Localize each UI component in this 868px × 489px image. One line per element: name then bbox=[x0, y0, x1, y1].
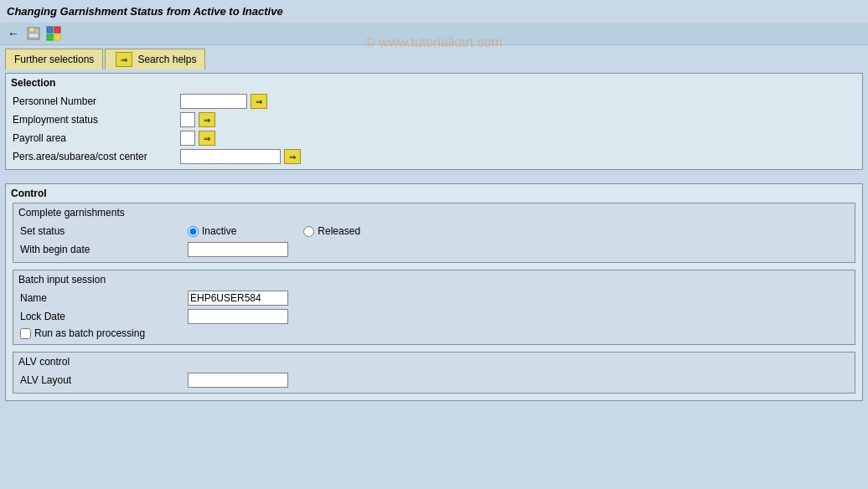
radio-inactive[interactable] bbox=[188, 226, 199, 237]
pers-area-input[interactable] bbox=[180, 149, 281, 164]
with-begin-date-input[interactable] bbox=[188, 242, 288, 257]
page-title: Changing Garnishment Status from Active … bbox=[7, 5, 283, 18]
run-as-batch-row: Run as batch processing bbox=[17, 326, 851, 341]
selection-section: Selection Personnel Number ⇒ Employment … bbox=[5, 73, 863, 170]
batch-name-row: Name bbox=[17, 289, 851, 307]
payroll-area-arrow-btn[interactable]: ⇒ bbox=[199, 131, 215, 146]
set-status-label: Set status bbox=[20, 225, 188, 237]
svg-rect-3 bbox=[47, 27, 53, 33]
run-as-batch-checkbox[interactable] bbox=[20, 328, 31, 339]
svg-rect-4 bbox=[54, 27, 60, 33]
further-selections-label: Further selections bbox=[14, 54, 94, 65]
selection-title: Selection bbox=[9, 77, 859, 89]
back-icon[interactable]: ← bbox=[5, 25, 22, 42]
pers-area-label: Pers.area/subarea/cost center bbox=[13, 151, 180, 162]
radio-group: Inactive Released bbox=[188, 225, 360, 237]
complete-garnishments-title: Complete garnishments bbox=[17, 207, 851, 219]
run-as-batch-label: Run as batch processing bbox=[34, 327, 145, 339]
layout-icon[interactable] bbox=[45, 25, 62, 42]
tab-bar: Further selections ⇒ Search helps bbox=[0, 45, 868, 69]
radio-inactive-label: Inactive bbox=[202, 225, 236, 237]
lock-date-label: Lock Date bbox=[20, 311, 188, 322]
personnel-number-arrow-btn[interactable]: ⇒ bbox=[251, 94, 267, 109]
payroll-area-input[interactable] bbox=[180, 131, 195, 146]
tab-further-selections[interactable]: Further selections bbox=[5, 49, 103, 69]
title-bar: Changing Garnishment Status from Active … bbox=[0, 0, 868, 23]
personnel-number-input[interactable] bbox=[180, 94, 247, 109]
svg-rect-6 bbox=[54, 34, 60, 40]
payroll-area-row: Payroll area ⇒ bbox=[9, 129, 859, 147]
batch-input-title: Batch input session bbox=[17, 274, 851, 286]
pers-area-arrow-btn[interactable]: ⇒ bbox=[284, 149, 301, 164]
complete-garnishments-subsection: Complete garnishments Set status Inactiv… bbox=[13, 203, 855, 263]
employment-status-row: Employment status ⇒ bbox=[9, 111, 859, 129]
payroll-area-label: Payroll area bbox=[13, 132, 180, 144]
lock-date-row: Lock Date bbox=[17, 307, 851, 326]
svg-rect-1 bbox=[29, 28, 34, 32]
lock-date-input[interactable] bbox=[188, 309, 288, 324]
alv-control-subsection: ALV control ALV Layout bbox=[13, 352, 855, 394]
batch-name-label: Name bbox=[20, 292, 188, 304]
svg-rect-2 bbox=[28, 33, 39, 38]
with-begin-date-label: With begin date bbox=[20, 244, 188, 255]
alv-layout-label: ALV Layout bbox=[20, 374, 188, 386]
alv-layout-input[interactable] bbox=[188, 373, 288, 388]
radio-released-label: Released bbox=[318, 225, 360, 237]
pers-area-row: Pers.area/subarea/cost center ⇒ bbox=[9, 147, 859, 166]
employment-status-input[interactable] bbox=[180, 112, 195, 127]
content-area: Selection Personnel Number ⇒ Employment … bbox=[0, 69, 868, 409]
alv-layout-row: ALV Layout bbox=[17, 371, 851, 389]
employment-status-arrow-btn[interactable]: ⇒ bbox=[199, 112, 215, 127]
personnel-number-row: Personnel Number ⇒ bbox=[9, 92, 859, 111]
radio-inactive-option[interactable]: Inactive bbox=[188, 225, 236, 237]
svg-rect-5 bbox=[47, 34, 53, 40]
arrow-icon: ⇒ bbox=[116, 52, 132, 67]
control-section: Control Complete garnishments Set status… bbox=[5, 183, 863, 401]
batch-name-input[interactable] bbox=[188, 291, 288, 306]
radio-released-option[interactable]: Released bbox=[303, 225, 360, 237]
save-icon[interactable] bbox=[25, 25, 42, 42]
search-helps-label: Search helps bbox=[137, 54, 196, 65]
toolbar: ← © www.tutorialkart.com bbox=[0, 23, 868, 45]
tab-search-helps[interactable]: ⇒ Search helps bbox=[105, 49, 205, 69]
alv-control-title: ALV control bbox=[17, 356, 851, 368]
employment-status-label: Employment status bbox=[13, 114, 180, 126]
radio-released[interactable] bbox=[303, 226, 314, 237]
set-status-row: Set status Inactive Released bbox=[17, 222, 851, 240]
with-begin-date-row: With begin date bbox=[17, 240, 851, 259]
personnel-number-label: Personnel Number bbox=[13, 95, 180, 107]
control-title: Control bbox=[9, 188, 859, 199]
batch-input-subsection: Batch input session Name Lock Date Run a… bbox=[13, 270, 855, 345]
